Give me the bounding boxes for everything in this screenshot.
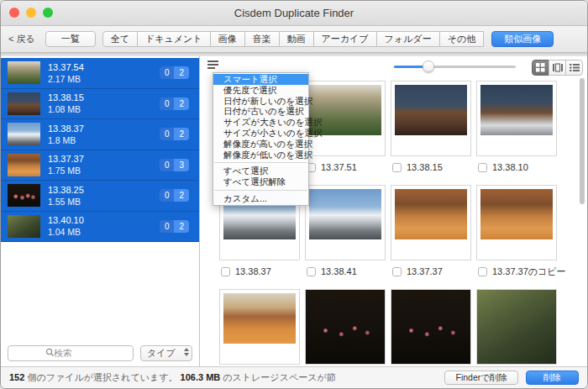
group-name: 13.37.37 bbox=[48, 154, 84, 164]
menu-item[interactable]: サイズが小さいのを選択 bbox=[213, 128, 308, 139]
filter-tab[interactable]: 画像 bbox=[210, 31, 245, 47]
photo-grid-item[interactable] bbox=[305, 289, 386, 366]
sidebar-controls: タイプ bbox=[1, 343, 199, 363]
filter-tab[interactable]: その他 bbox=[439, 31, 485, 47]
duplicate-group-row[interactable]: 13.37.37 1.75 MB 0 3 bbox=[1, 150, 199, 181]
photo-grid-item[interactable]: 13.38.15 bbox=[391, 81, 471, 173]
zoom-window-button[interactable] bbox=[43, 8, 53, 18]
total-count: 2 bbox=[174, 220, 189, 233]
photo-grid-item[interactable]: 13.38.41 bbox=[305, 185, 386, 277]
menu-item-label: すべて選択解除 bbox=[223, 176, 286, 187]
menu-item[interactable]: 日付が新しいのを選択 bbox=[213, 96, 308, 107]
status-bar: 152 個のファイルが選択されています。 106.3 MB のストレージスペース… bbox=[1, 366, 587, 388]
photo-grid-item[interactable] bbox=[219, 289, 300, 366]
count-badge: 0 2 bbox=[160, 220, 189, 233]
photo-card[interactable] bbox=[476, 289, 557, 365]
delete-in-finder-button[interactable]: Finderで削除 bbox=[444, 371, 518, 385]
menu-item[interactable]: 解像度が高いのを選択 bbox=[213, 139, 308, 150]
app-window: Cisdem Duplicate Finder < 戻る 一覧 全て ドキュメン… bbox=[0, 0, 588, 389]
menu-item-label: 解像度が高いのを選択 bbox=[223, 139, 312, 149]
select-checkbox[interactable] bbox=[392, 267, 402, 276]
menu-item[interactable]: 日付が古いのを選択 bbox=[213, 106, 308, 117]
close-window-button[interactable] bbox=[9, 8, 19, 18]
slider-thumb[interactable] bbox=[423, 60, 434, 72]
search-input[interactable] bbox=[8, 345, 134, 361]
photo-card[interactable] bbox=[305, 289, 386, 365]
filter-tab[interactable]: 動画 bbox=[279, 31, 314, 47]
list-view-button[interactable]: 一覧 bbox=[45, 31, 96, 47]
group-thumbnail bbox=[8, 184, 40, 207]
photo-card[interactable] bbox=[391, 81, 471, 156]
duplicate-group-row[interactable]: 13.40.10 1.04 MB 0 2 bbox=[1, 212, 199, 243]
menu-item-label: 日付が古いのを選択 bbox=[223, 106, 303, 116]
thumbnail-size-slider[interactable] bbox=[394, 65, 516, 69]
photo-label-row: 13.38.41 bbox=[305, 265, 386, 277]
titlebar: Cisdem Duplicate Finder bbox=[1, 1, 587, 26]
list-view-toggle-button[interactable] bbox=[565, 60, 583, 76]
type-dropdown[interactable]: タイプ bbox=[140, 345, 192, 361]
selected-count: 0 bbox=[160, 159, 175, 171]
photo-card[interactable] bbox=[476, 81, 557, 156]
filter-tab[interactable]: 音楽 bbox=[244, 31, 280, 47]
grid-view-button[interactable] bbox=[532, 60, 549, 76]
select-checkbox[interactable] bbox=[478, 267, 487, 276]
count-badge: 0 2 bbox=[160, 128, 189, 140]
duplicate-group-row[interactable]: 13.38.15 1.08 MB 0 2 bbox=[1, 89, 199, 120]
duplicate-group-row[interactable]: 13.38.37 1.8 MB 0 2 bbox=[1, 119, 199, 150]
selected-count: 0 bbox=[160, 189, 175, 202]
photo-card[interactable] bbox=[391, 185, 471, 260]
photo-grid-item[interactable]: 13.37.37のコピー bbox=[476, 185, 557, 277]
select-checkbox[interactable] bbox=[221, 267, 230, 276]
group-thumbnail bbox=[8, 123, 40, 145]
minimize-window-button[interactable] bbox=[26, 8, 36, 18]
filter-tab[interactable]: ドキュメント bbox=[137, 31, 211, 47]
list-view-icon bbox=[570, 63, 580, 72]
group-name: 13.38.25 bbox=[48, 185, 84, 195]
duplicate-group-row[interactable]: 13.37.54 2.17 MB 0 2 bbox=[1, 58, 199, 89]
similar-images-button[interactable]: 類似画像 bbox=[491, 31, 554, 47]
total-count: 2 bbox=[174, 97, 189, 110]
group-meta: 13.38.25 1.55 MB bbox=[48, 185, 84, 207]
filter-tab[interactable]: アーカイブ bbox=[313, 31, 377, 47]
count-badge: 0 3 bbox=[160, 159, 189, 171]
photo-card[interactable] bbox=[305, 185, 386, 260]
photo-grid-item[interactable] bbox=[476, 289, 557, 366]
photo-card[interactable] bbox=[219, 289, 300, 365]
stepper-arrows-icon bbox=[184, 348, 189, 356]
menu-item[interactable]: すべて選択解除 bbox=[213, 176, 308, 187]
menu-item-label: サイズが大きいのを選択 bbox=[223, 117, 322, 127]
filter-tab[interactable]: 全て bbox=[102, 31, 138, 47]
selected-files-text: 個のファイルが選択されています。 bbox=[24, 372, 180, 382]
menu-item[interactable] bbox=[214, 190, 307, 191]
column-view-button[interactable] bbox=[549, 60, 566, 76]
menu-item[interactable]: 優先度で選択 bbox=[213, 85, 308, 96]
select-checkbox[interactable] bbox=[307, 267, 316, 276]
delete-button[interactable]: 削除 bbox=[526, 371, 579, 385]
photo-grid-item[interactable]: 13.38.10 bbox=[476, 81, 557, 173]
status-text: 152 個のファイルが選択されています。 106.3 MB のストレージスペース… bbox=[9, 371, 336, 384]
photo-card[interactable] bbox=[476, 185, 557, 260]
photo-grid-item[interactable]: 13.37.37 bbox=[391, 185, 471, 277]
menu-item[interactable]: すべて選択 bbox=[213, 166, 308, 176]
selection-menu-button[interactable] bbox=[207, 60, 221, 71]
total-count: 2 bbox=[174, 66, 189, 79]
photo-thumbnail bbox=[223, 293, 296, 344]
select-checkbox[interactable] bbox=[478, 163, 487, 172]
duplicate-group-row[interactable]: 13.38.25 1.55 MB 0 2 bbox=[1, 181, 199, 212]
photo-thumbnail bbox=[477, 290, 556, 364]
filter-tab[interactable]: フォルダー bbox=[376, 31, 440, 47]
group-size: 1.75 MB bbox=[48, 166, 84, 176]
photo-grid-item[interactable] bbox=[391, 289, 471, 366]
photo-card[interactable] bbox=[391, 289, 471, 365]
group-name: 13.38.37 bbox=[48, 124, 84, 134]
group-meta: 13.38.37 1.8 MB bbox=[48, 124, 84, 145]
menu-item[interactable]: スマート選択 bbox=[213, 74, 308, 85]
vertical-scrollbar[interactable] bbox=[580, 78, 585, 204]
select-checkbox[interactable] bbox=[392, 163, 402, 172]
menu-item[interactable] bbox=[214, 162, 307, 163]
menu-item[interactable]: カスタム... bbox=[213, 193, 308, 204]
menu-item[interactable]: サイズが大きいのを選択 bbox=[213, 117, 308, 128]
menu-item[interactable]: 解像度が低いのを選択 bbox=[213, 150, 308, 160]
back-button[interactable]: < 戻る bbox=[8, 33, 35, 45]
group-meta: 13.38.15 1.08 MB bbox=[48, 92, 84, 114]
